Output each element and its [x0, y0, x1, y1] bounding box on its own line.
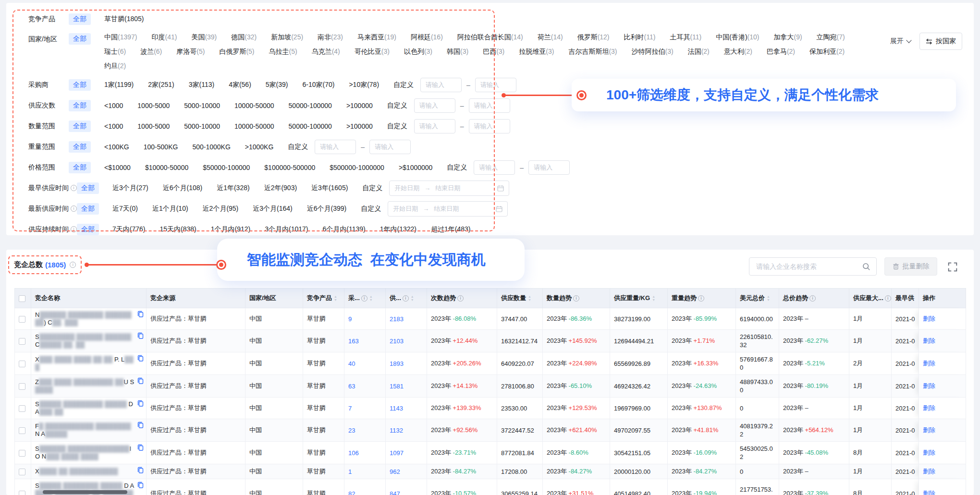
filter-option[interactable]: 巴西(3) — [483, 48, 504, 56]
filter-option[interactable]: 近2个月(95) — [203, 205, 239, 213]
buyer-count-link[interactable]: 23 — [348, 427, 355, 434]
date-range-input[interactable]: 开始日期→结束日期 — [389, 181, 509, 196]
delete-link[interactable]: 删除 — [923, 449, 935, 456]
filter-option[interactable]: 5000-10000 — [184, 122, 220, 130]
filter-option[interactable]: 波兰(6) — [140, 48, 162, 56]
filter-option[interactable]: 500-1000KG — [192, 143, 230, 151]
filter-option[interactable]: 以色列(3) — [404, 48, 432, 56]
row-checkbox[interactable] — [19, 469, 25, 475]
filter-option[interactable]: 6个月内(1139) — [322, 225, 365, 234]
filter-option[interactable]: 新加坡(25) — [271, 33, 303, 42]
filter-option[interactable]: 1000-5000 — [137, 102, 170, 109]
sort-icon[interactable] — [369, 295, 373, 302]
sort-icon[interactable] — [334, 295, 337, 302]
filter-option[interactable]: 近7天(0) — [112, 205, 138, 213]
filter-option[interactable]: 法国(2) — [688, 48, 710, 56]
select-all-checkbox[interactable] — [19, 295, 25, 302]
filter-option[interactable]: 近3年(1605) — [311, 184, 348, 193]
delete-link[interactable]: 删除 — [923, 382, 935, 389]
delete-link[interactable]: 删除 — [923, 315, 935, 322]
copy-icon[interactable] — [137, 400, 144, 407]
filter-option[interactable]: <1000 — [104, 122, 123, 130]
info-icon[interactable] — [885, 295, 891, 302]
filter-option[interactable]: 乌克兰(4) — [312, 48, 340, 56]
info-icon[interactable] — [361, 295, 368, 302]
buyer-count-link[interactable]: 7 — [348, 405, 352, 412]
filter-option[interactable]: 1个月内(912) — [211, 225, 250, 234]
copy-icon[interactable] — [137, 422, 144, 428]
supply-count-link[interactable]: 1581 — [390, 383, 404, 390]
fullscreen-icon[interactable] — [948, 262, 957, 272]
filter-option[interactable]: >$1000000 — [399, 164, 432, 171]
range-max-input[interactable] — [475, 78, 516, 92]
filter-option[interactable]: 中国(1397) — [104, 33, 137, 42]
copy-icon[interactable] — [137, 444, 144, 451]
row-checkbox[interactable] — [19, 405, 25, 412]
filter-option[interactable]: 白俄罗斯(5) — [219, 48, 254, 56]
filter-option[interactable]: 比利时(11) — [624, 33, 656, 42]
filter-all-chip[interactable]: 全部 — [69, 100, 91, 111]
sort-icon[interactable] — [652, 295, 655, 302]
filter-option[interactable]: 3家(113) — [189, 81, 214, 89]
filter-option[interactable]: >100000 — [346, 102, 373, 109]
filter-option[interactable]: 意大利(2) — [724, 48, 752, 56]
row-checkbox[interactable] — [19, 383, 25, 390]
supply-count-link[interactable]: 1132 — [390, 427, 403, 434]
filter-option[interactable]: 摩洛哥(5) — [176, 48, 205, 56]
filter-option[interactable]: 100-500KG — [144, 143, 178, 151]
custom-option-label[interactable]: 自定义 — [393, 81, 414, 89]
filter-option[interactable]: 瑞士(6) — [104, 48, 126, 56]
filter-option[interactable]: 印度(41) — [151, 33, 177, 42]
filter-option[interactable]: 阿拉伯联合酋长国(14) — [457, 33, 523, 42]
filter-option[interactable]: 韩国(3) — [447, 48, 468, 56]
filter-option[interactable]: 哥伦比亚(3) — [355, 48, 390, 56]
copy-icon[interactable] — [137, 355, 144, 362]
range-min-input[interactable] — [414, 119, 455, 133]
delete-link[interactable]: 删除 — [923, 337, 935, 344]
supply-count-link[interactable]: 2183 — [390, 315, 404, 323]
filter-all-chip[interactable]: 全部 — [69, 162, 91, 173]
range-max-input[interactable] — [469, 98, 510, 113]
filter-option[interactable]: <$10000 — [104, 164, 131, 171]
filter-option[interactable]: 1年内(1322) — [380, 225, 416, 234]
info-icon[interactable] — [70, 262, 76, 268]
expand-button[interactable]: 展开 — [890, 37, 911, 46]
custom-option-label[interactable]: 自定义 — [361, 205, 381, 213]
filter-option[interactable]: 土耳其(11) — [670, 33, 701, 42]
range-max-input[interactable] — [469, 119, 510, 133]
filter-option[interactable]: <100KG — [104, 143, 129, 151]
filter-option[interactable]: $100000-500000 — [264, 164, 315, 171]
delete-link[interactable]: 删除 — [923, 426, 935, 434]
copy-icon[interactable] — [137, 377, 144, 384]
supply-count-link[interactable]: 1143 — [390, 405, 403, 412]
copy-icon[interactable] — [137, 311, 144, 317]
info-icon[interactable] — [403, 295, 409, 302]
filter-option[interactable]: 近3个月(164) — [253, 205, 292, 213]
filter-all-chip[interactable]: 全部 — [77, 203, 99, 215]
info-icon[interactable] — [698, 295, 704, 302]
supply-count-link[interactable]: 962 — [390, 468, 400, 475]
filter-option[interactable]: 阿根廷(16) — [411, 33, 443, 42]
range-min-input[interactable] — [315, 140, 356, 154]
buyer-count-link[interactable]: 63 — [348, 383, 355, 390]
buyer-count-link[interactable]: 9 — [348, 315, 352, 323]
filter-option[interactable]: 6-10家(70) — [303, 81, 335, 89]
company-search-input[interactable] — [755, 262, 862, 271]
info-icon[interactable] — [71, 205, 77, 212]
filter-option[interactable]: 3个月内(1017) — [265, 225, 308, 234]
filter-option[interactable]: 10000-50000 — [234, 102, 274, 109]
filter-option[interactable]: 中国(香港)(10) — [716, 33, 759, 42]
custom-option-label[interactable]: 自定义 — [387, 122, 407, 131]
copy-icon[interactable] — [137, 467, 144, 473]
filter-all-chip[interactable]: 全部 — [69, 33, 91, 45]
filter-option[interactable]: 俄罗斯(12) — [577, 33, 610, 42]
filter-option[interactable]: $10000-50000 — [145, 164, 188, 171]
filter-option[interactable]: 4家(56) — [229, 81, 251, 89]
filter-all-chip[interactable]: 全部 — [69, 13, 91, 25]
copy-icon[interactable] — [137, 482, 144, 488]
filter-option[interactable]: 2家(251) — [148, 81, 174, 89]
filter-option[interactable]: 50000-100000 — [289, 122, 332, 130]
row-checkbox[interactable] — [19, 427, 25, 434]
range-min-input[interactable] — [420, 78, 462, 92]
filter-option[interactable]: 马来西亚(19) — [357, 33, 396, 42]
